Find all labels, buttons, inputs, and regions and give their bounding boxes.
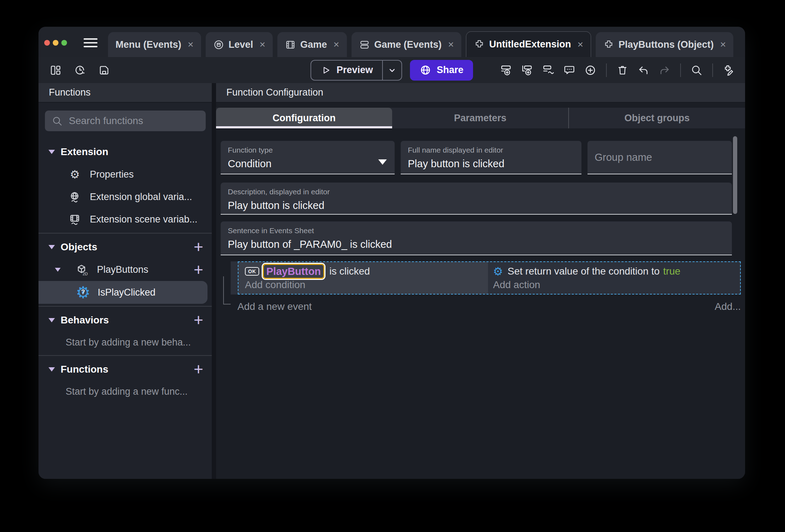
tab-configuration[interactable]: Configuration	[216, 108, 392, 128]
condition-row[interactable]: OK PlayButton is clicked	[245, 264, 488, 278]
add-subevent-button[interactable]	[520, 63, 534, 77]
full-name-field[interactable]: Full name displayed in editor Play butto…	[401, 141, 581, 174]
event-selection-outline: OK PlayButton is clicked Add condition ⚙…	[238, 261, 741, 295]
minimize-window-button[interactable]	[53, 40, 58, 46]
content-area: Functions Extension ⚙ Properties	[39, 83, 745, 479]
item-label: PlayButtons	[97, 264, 148, 275]
undo-icon	[637, 64, 650, 76]
save-button[interactable]	[97, 63, 111, 77]
chevron-down-icon	[48, 318, 55, 322]
tab-label: Game (Events)	[374, 39, 442, 50]
conditions-column[interactable]: OK PlayButton is clicked Add condition	[238, 262, 488, 294]
chevron-down-icon	[48, 245, 55, 249]
close-tab-icon[interactable]: ×	[578, 39, 583, 50]
sub-event-connector	[223, 276, 231, 305]
section-extension[interactable]: Extension	[39, 140, 212, 163]
toggle-panels-button[interactable]	[48, 63, 63, 77]
play-icon	[320, 65, 331, 76]
preview-options-button[interactable]	[382, 61, 401, 80]
section-objects[interactable]: Objects +	[39, 236, 212, 259]
function-configuration-panel: Function Configuration Configuration Par…	[216, 83, 745, 479]
delete-button[interactable]	[615, 63, 630, 77]
sentence-field[interactable]: Sentence in Events Sheet Play button of …	[221, 221, 732, 255]
configuration-form: Function type Condition Full name displa…	[216, 128, 745, 255]
search-functions-box[interactable]	[45, 111, 206, 131]
add-comment-button[interactable]	[562, 63, 576, 77]
globe-icon	[420, 64, 431, 76]
video-icon	[285, 39, 296, 50]
add-function-button[interactable]: +	[194, 361, 203, 377]
version-history-button[interactable]	[73, 63, 87, 77]
function-type-select[interactable]: Function type Condition	[221, 141, 395, 174]
sidebar-item-playbuttons[interactable]: 2D PlayButtons +	[39, 259, 212, 281]
share-button[interactable]: Share	[410, 60, 473, 81]
sidebar-item-extension-global-variables[interactable]: Extension global varia...	[39, 186, 212, 208]
actions-column[interactable]: ⚙ Set return value of the condition to t…	[488, 262, 740, 294]
main-menu-button[interactable]	[83, 37, 98, 50]
divider	[712, 63, 713, 77]
tab-menu-events[interactable]: Menu (Events) ×	[108, 32, 201, 57]
add-condition-button[interactable]: Add condition	[245, 279, 488, 291]
add-new-event-button[interactable]: Add a new event	[237, 301, 312, 312]
search-button[interactable]	[689, 63, 704, 77]
tab-label: UntitledExtension	[489, 39, 571, 50]
dropdown-arrow-icon	[378, 159, 387, 165]
object-chip[interactable]: PlayButton	[263, 264, 324, 279]
edit-extension-button[interactable]	[722, 63, 736, 77]
sidebar-item-isplayclicked[interactable]: ⚙ ? IsPlayClicked	[39, 281, 207, 304]
close-tab-icon[interactable]: ×	[720, 39, 726, 50]
add-event-icon	[500, 64, 512, 76]
sidebar-item-extension-scene-variables[interactable]: Extension scene variab...	[39, 208, 212, 231]
close-tab-icon[interactable]: ×	[188, 39, 194, 50]
add-action-button[interactable]: Add action	[493, 279, 740, 291]
tab-level[interactable]: Level ×	[206, 32, 273, 57]
scrollbar[interactable]	[733, 136, 737, 214]
section-label: Extension	[61, 146, 108, 158]
close-tab-icon[interactable]: ×	[260, 39, 265, 50]
add-other-event-button[interactable]	[541, 63, 555, 77]
add-subevent-icon	[521, 64, 533, 76]
close-tab-icon[interactable]: ×	[448, 39, 454, 50]
field-label: Function type	[228, 146, 388, 154]
close-window-button[interactable]	[44, 40, 50, 46]
undo-button[interactable]	[636, 63, 651, 77]
tab-playbuttons-object[interactable]: PlayButtons (Object) ×	[596, 32, 733, 57]
add-other-event-icon	[542, 64, 554, 76]
panels-icon	[50, 64, 62, 76]
object-2d-icon: 2D	[76, 264, 88, 276]
save-icon	[98, 64, 110, 76]
action-text: Set return value of the condition to	[508, 266, 660, 277]
function-gear-icon: ⚙ ?	[75, 284, 91, 301]
add-more-button[interactable]: Add...	[715, 301, 741, 312]
tab-untitled-extension[interactable]: UntitledExtension ×	[466, 31, 591, 57]
svg-text:2D: 2D	[83, 272, 88, 276]
redo-button[interactable]	[657, 63, 672, 77]
add-behavior-button[interactable]: +	[194, 312, 203, 328]
tab-game[interactable]: Game ×	[277, 32, 347, 57]
event-block[interactable]: OK PlayButton is clicked Add condition ⚙…	[231, 261, 741, 295]
add-event-button[interactable]	[499, 63, 513, 77]
add-object-button[interactable]: +	[194, 239, 203, 255]
chevron-down-icon	[48, 367, 55, 372]
behaviors-empty-hint: Start by adding a new beha...	[39, 332, 212, 353]
action-row[interactable]: ⚙ Set return value of the condition to t…	[493, 264, 740, 278]
group-name-input[interactable]	[595, 152, 725, 163]
section-behaviors[interactable]: Behaviors +	[39, 309, 212, 332]
divider	[39, 233, 212, 234]
tab-object-groups[interactable]: Object groups	[568, 108, 745, 128]
preview-button[interactable]: Preview	[311, 60, 402, 81]
maximize-window-button[interactable]	[61, 40, 67, 46]
tab-game-events[interactable]: Game (Events) ×	[352, 32, 461, 57]
tab-parameters[interactable]: Parameters	[392, 108, 568, 128]
search-functions-input[interactable]	[69, 115, 199, 127]
button-object-icon: OK	[245, 267, 259, 276]
tab-label: Game	[300, 39, 327, 50]
sidebar-item-properties[interactable]: ⚙ Properties	[39, 163, 212, 186]
close-tab-icon[interactable]: ×	[333, 39, 339, 50]
section-functions[interactable]: Functions +	[39, 358, 212, 381]
tab-label: PlayButtons (Object)	[619, 39, 714, 50]
add-object-function-button[interactable]: +	[194, 261, 203, 277]
description-field[interactable]: Description, displayed in editor Play bu…	[221, 183, 732, 215]
add-button[interactable]	[583, 63, 597, 77]
group-name-field[interactable]	[588, 141, 732, 174]
